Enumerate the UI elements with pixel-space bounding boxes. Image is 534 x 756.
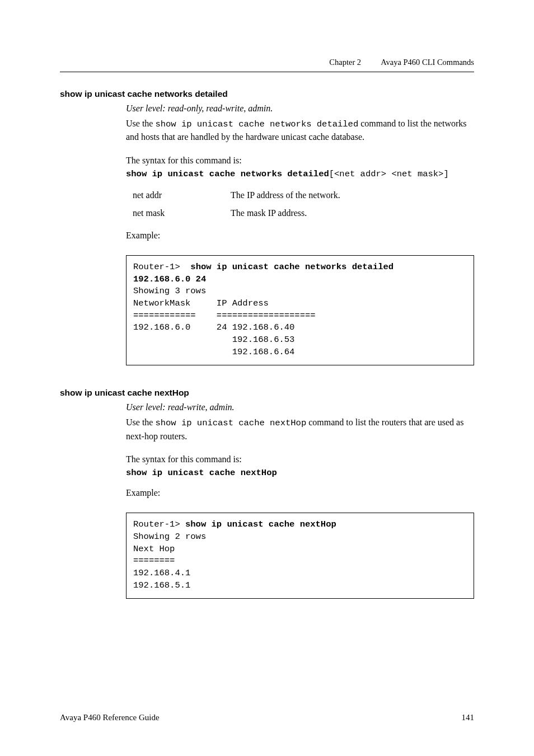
param-row: net addr The IP address of the network. [133, 190, 474, 200]
section1-syntax-intro: The syntax for this command is: [126, 154, 474, 167]
code-command: show ip unicast cache networks detailed [190, 262, 394, 272]
section1-description: Use the show ip unicast cache networks d… [126, 117, 474, 144]
code-line: ======== [133, 556, 175, 566]
code-line: 192.168.6.64 [133, 347, 294, 357]
section2-userlevel: User level: read-write, admin. [126, 402, 474, 412]
section1-example-label: Example: [126, 231, 474, 241]
param-name: net addr [133, 190, 231, 200]
page-header: Chapter 2 Avaya P460 CLI Commands [60, 58, 474, 72]
param-desc: The IP address of the network. [231, 190, 474, 200]
param-row: net mask The mask IP address. [133, 208, 474, 218]
code-line: ============ =================== [133, 311, 316, 321]
section1-codebox: Router-1> show ip unicast cache networks… [126, 255, 474, 366]
code-prompt: Router-1> [133, 519, 185, 529]
code-line: 192.168.4.1 [133, 568, 190, 578]
section2-heading: show ip unicast cache nextHop [60, 388, 474, 398]
code-line: 192.168.6.53 [133, 335, 294, 345]
code-line: Next Hop [133, 544, 175, 554]
section2-syntax: show ip unicast cache nextHop [126, 468, 474, 478]
code-line: 192.168.6.0 24 192.168.6.40 [133, 322, 294, 332]
code-command: show ip unicast cache nextHop [185, 519, 336, 529]
code-line: 192.168.6.0 24 [133, 274, 206, 284]
code-line: 192.168.5.1 [133, 580, 190, 590]
code-line: NetworkMask IP Address [133, 298, 269, 308]
section1-userlevel: User level: read-only, read-write, admin… [126, 104, 474, 114]
section1-syntax: show ip unicast cache networks detailed[… [126, 169, 474, 179]
inline-command: show ip unicast cache networks detailed [155, 119, 358, 129]
text: Use the [126, 119, 155, 128]
chapter-label: Chapter 2 [329, 58, 361, 67]
page-footer: Avaya P460 Reference Guide 141 [60, 712, 474, 722]
text: Use the [126, 417, 155, 427]
chapter-title: Avaya P460 CLI Commands [381, 58, 474, 67]
section2-syntax-intro: The syntax for this command is: [126, 453, 474, 466]
section1-heading: show ip unicast cache networks detailed [60, 89, 474, 99]
section2-description: Use the show ip unicast cache nextHop co… [126, 416, 474, 443]
section1-params: net addr The IP address of the network. … [133, 190, 474, 218]
code-prompt: Router-1> [133, 262, 190, 272]
param-name: net mask [133, 208, 231, 218]
syntax-bold: show ip unicast cache nextHop [126, 468, 277, 478]
param-desc: The mask IP address. [231, 208, 474, 218]
inline-command: show ip unicast cache nextHop [155, 418, 306, 428]
section2-codebox: Router-1> show ip unicast cache nextHop … [126, 513, 474, 599]
syntax-args: [<net addr> <net mask>] [329, 169, 449, 179]
footer-page-number: 141 [462, 713, 475, 722]
syntax-bold: show ip unicast cache networks detailed [126, 169, 329, 179]
section2-example-label: Example: [126, 488, 474, 498]
header-rule [60, 72, 474, 72]
code-line: Showing 2 rows [133, 532, 206, 542]
footer-left: Avaya P460 Reference Guide [60, 713, 160, 722]
code-line: Showing 3 rows [133, 286, 206, 296]
